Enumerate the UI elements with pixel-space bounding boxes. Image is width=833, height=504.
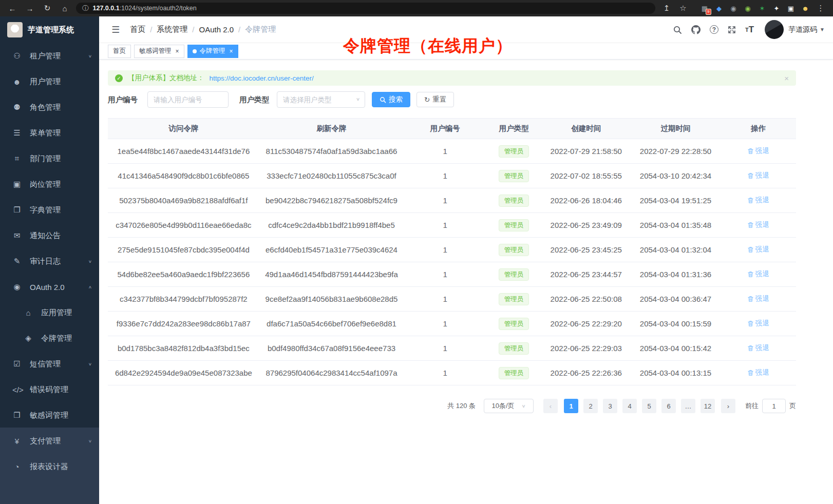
- sidebar-item[interactable]: ☰ 菜单管理: [0, 120, 99, 146]
- force-logout-button[interactable]: 强退: [747, 343, 769, 353]
- table-row: b0d1785bc3a8482f812db4a3f3bd15ec b0df498…: [108, 336, 796, 361]
- sidebar-item[interactable]: ☻ 用户管理: [0, 69, 99, 94]
- table-row: 41c41346a548490f9dc8b01c6bfe0865 333ecfc…: [108, 164, 796, 188]
- breadcrumb-item[interactable]: 系统管理: [157, 25, 187, 34]
- expire-time-cell: 2054-03-04 00:15:42: [631, 344, 720, 353]
- page-number-button[interactable]: 6: [661, 399, 676, 413]
- sidebar-item[interactable]: ¥ 支付管理 ∨: [0, 428, 99, 454]
- alert-doc-link[interactable]: https://doc.iocoder.cn/user-center/: [210, 74, 314, 82]
- sidebar-item[interactable]: ▣ 岗位管理: [0, 171, 99, 197]
- force-logout-button[interactable]: 强退: [747, 245, 769, 254]
- extension-icon[interactable]: ◉: [727, 2, 740, 14]
- user-type-badge: 管理员: [499, 219, 529, 231]
- sidebar-item[interactable]: ✎ 审计日志 ∨: [0, 248, 99, 274]
- created-time-cell: 2022-06-25 23:49:09: [541, 221, 631, 229]
- extension-icon[interactable]: ✦: [770, 2, 783, 14]
- force-logout-button[interactable]: 强退: [747, 294, 769, 303]
- page-number-button[interactable]: 2: [583, 399, 598, 413]
- page-size-select[interactable]: 10条/页 ∨: [484, 399, 534, 413]
- help-icon[interactable]: ?: [710, 25, 718, 34]
- bookmark-star-icon[interactable]: ☆: [676, 2, 690, 14]
- column-header: 访问令牌: [108, 124, 259, 133]
- share-icon[interactable]: ↥: [659, 2, 674, 14]
- sidebar-item[interactable]: ⌗ 部门管理: [0, 146, 99, 171]
- sidebar-item[interactable]: ◉ OAuth 2.0 ∧: [0, 274, 99, 300]
- home-icon[interactable]: ⌂: [58, 2, 72, 14]
- sidebar-item[interactable]: ✉ 通知公告: [0, 223, 99, 248]
- page-number-button[interactable]: 3: [603, 399, 617, 413]
- page-number-button[interactable]: 5: [642, 399, 656, 413]
- browser-menu-icon[interactable]: ⋮: [813, 2, 828, 14]
- page-number-button[interactable]: …: [681, 399, 695, 413]
- sidebar-item[interactable]: ❐ 字典管理: [0, 197, 99, 223]
- sidebar-item[interactable]: ❒ 敏感词管理: [0, 402, 99, 428]
- actions-cell: 强退: [721, 146, 796, 156]
- next-page-button[interactable]: ›: [721, 399, 735, 413]
- user-id-cell: 1: [404, 245, 486, 254]
- access-token-cell: b0d1785bc3a8482f812db4a3f3bd15ec: [108, 344, 259, 353]
- page-number-button[interactable]: 1: [564, 399, 578, 413]
- force-logout-button[interactable]: 强退: [747, 269, 769, 279]
- table-row: 502375b8040a469a9b82188afdf6af1f be90422…: [108, 188, 796, 213]
- page-number-button[interactable]: 4: [622, 399, 637, 413]
- sidebar-toggle-icon[interactable]: ☰: [107, 24, 124, 35]
- user-menu[interactable]: 芋道源码 ▼: [763, 20, 825, 39]
- user-id-input[interactable]: [147, 91, 229, 108]
- tab-close-icon[interactable]: [176, 48, 179, 55]
- user-type-select[interactable]: ∨: [277, 91, 365, 108]
- sidebar-item[interactable]: ◈ 令牌管理: [0, 325, 99, 351]
- breadcrumb-item[interactable]: OAuth 2.0: [199, 25, 234, 34]
- pagination: 共 120 条 10条/页 ∨ ‹ 1 2 3: [108, 399, 796, 413]
- info-icon[interactable]: ⓘ: [82, 4, 89, 13]
- extension-icon[interactable]: ✶: [756, 2, 768, 14]
- page-tab[interactable]: 首页: [108, 45, 131, 58]
- page-number-button[interactable]: 12: [701, 399, 715, 413]
- sidebar-item[interactable]: ⚇ 租户管理 ∨: [0, 43, 99, 69]
- extension-icon[interactable]: ▦ 9: [698, 2, 711, 14]
- prev-page-button[interactable]: ‹: [543, 399, 558, 413]
- tab-close-icon[interactable]: [230, 48, 233, 55]
- sidebar-item[interactable]: ☑ 短信管理 ∨: [0, 351, 99, 377]
- access-token-cell: 502375b8040a469a9b82188afdf6af1f: [108, 196, 259, 205]
- search-icon[interactable]: [673, 25, 682, 34]
- back-icon[interactable]: ←: [5, 2, 20, 14]
- search-button[interactable]: 搜索: [372, 92, 410, 107]
- address-bar[interactable]: ⓘ 127.0.0.1:1024/system/oauth2/token: [76, 3, 655, 14]
- force-logout-button[interactable]: 强退: [747, 319, 769, 328]
- sidebar-item[interactable]: ◔ 报表设计器: [0, 454, 99, 479]
- force-logout-button[interactable]: 强退: [747, 220, 769, 229]
- alert-close-icon[interactable]: ×: [784, 74, 789, 83]
- page-tab[interactable]: 敏感词管理: [134, 45, 184, 58]
- extension-icon[interactable]: ◆: [713, 2, 725, 14]
- user-id-cell: 1: [404, 221, 486, 229]
- force-logout-button[interactable]: 强退: [747, 171, 769, 180]
- breadcrumb-item[interactable]: 令牌管理: [245, 25, 276, 34]
- github-icon[interactable]: [691, 25, 701, 35]
- url-text: 127.0.0.1:1024/system/oauth2/token: [93, 5, 197, 12]
- user-type-select-input[interactable]: [277, 91, 365, 108]
- sidebar-item[interactable]: </> 错误码管理: [0, 377, 99, 402]
- reload-icon[interactable]: ↻: [40, 2, 54, 14]
- force-logout-button[interactable]: 强退: [747, 196, 769, 205]
- created-time-cell: 2022-06-25 22:29:03: [541, 344, 631, 353]
- fullscreen-icon[interactable]: [727, 25, 736, 34]
- sidebar-item[interactable]: ⚉ 角色管理: [0, 94, 99, 120]
- reset-button[interactable]: ↻ 重置: [416, 92, 454, 107]
- extension-icon[interactable]: ▣: [785, 2, 797, 14]
- page-tab[interactable]: 令牌管理: [187, 45, 238, 58]
- breadcrumb-item[interactable]: 首页: [130, 25, 145, 34]
- force-logout-button[interactable]: 强退: [747, 146, 769, 156]
- extension-icon[interactable]: ☻: [799, 2, 811, 14]
- force-logout-button[interactable]: 强退: [747, 368, 769, 377]
- fontsize-icon[interactable]: TT: [745, 25, 754, 35]
- sidebar-item[interactable]: ⌂ 应用管理: [0, 300, 99, 325]
- column-header: 用户类型: [486, 124, 541, 133]
- forward-icon[interactable]: →: [23, 2, 37, 14]
- user-type-cell: 管理员: [486, 342, 541, 355]
- table-row: 275e5de9151045fe87cbdc395e004f4d e6cfd40…: [108, 238, 796, 262]
- extension-icon[interactable]: ◉: [742, 2, 754, 14]
- refresh-icon: ↻: [424, 95, 430, 104]
- post-icon: ▣: [12, 180, 22, 189]
- expire-time-cell: 2022-07-29 22:28:50: [631, 147, 720, 156]
- goto-page-input[interactable]: [762, 399, 786, 413]
